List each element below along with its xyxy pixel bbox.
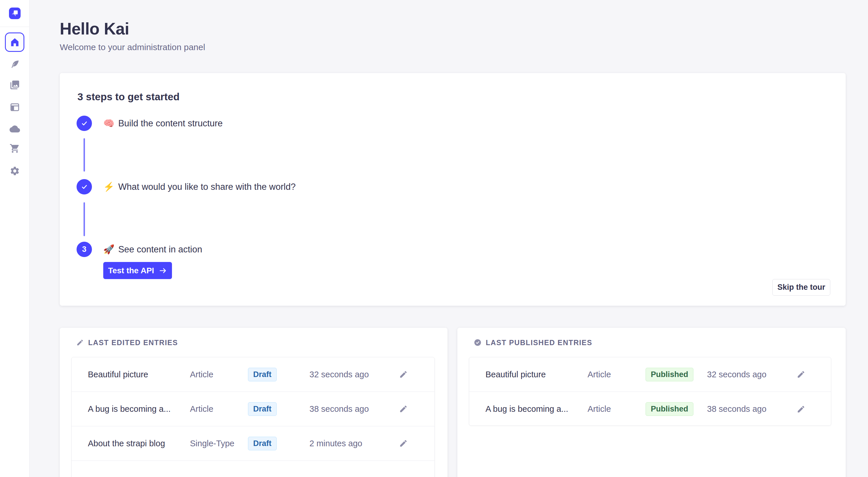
shopping-cart-icon: [9, 143, 20, 154]
guided-tour-title: 3 steps to get started: [78, 91, 180, 103]
step-connector: [84, 202, 85, 236]
step-3-label: 🚀 See content in action: [103, 242, 202, 257]
check-icon: [81, 183, 88, 191]
entry-time: 38 seconds ago: [309, 404, 397, 414]
table-row[interactable]: Beautiful picture Article Published 32 s…: [469, 357, 831, 392]
step-3-number: 3: [82, 245, 86, 254]
edit-entry-button[interactable]: [795, 403, 807, 415]
edit-entry-button[interactable]: [397, 403, 410, 415]
step-2-label: ⚡ What would you like to share with the …: [103, 179, 296, 195]
pencil-icon: [399, 439, 408, 448]
status-badge: Draft: [248, 368, 277, 381]
test-the-api-button[interactable]: Test the API: [103, 262, 172, 279]
last-published-entries-title: LAST PUBLISHED ENTRIES: [486, 339, 592, 347]
entry-title: A bug is becoming a...: [88, 404, 190, 414]
sidebar-item-home[interactable]: [5, 32, 24, 52]
media-pictures-icon: [9, 80, 20, 90]
strapi-logo[interactable]: [9, 7, 21, 19]
guided-tour-card: 3 steps to get started 🧠 Build the conte…: [60, 73, 846, 306]
entry-time: 38 seconds ago: [707, 404, 795, 414]
lightning-emoji-icon: ⚡: [103, 181, 115, 192]
table-row[interactable]: Beautiful picture Article Draft 32 secon…: [72, 357, 434, 392]
status-badge: Draft: [248, 402, 277, 416]
step-2-indicator: [76, 179, 92, 195]
step-1-text: Build the content structure: [118, 118, 223, 129]
entry-title: About the strapi blog: [88, 439, 190, 448]
sidebar-item-marketplace[interactable]: [9, 143, 21, 154]
strapi-logo-icon: [9, 7, 21, 19]
table-row[interactable]: About the strapi blog Single-Type Draft …: [72, 426, 434, 461]
edit-entry-button[interactable]: [397, 437, 410, 450]
logo-box: [0, 0, 29, 27]
page-title: Hello Kai: [60, 19, 129, 38]
last-published-entries-header: LAST PUBLISHED ENTRIES: [474, 338, 592, 347]
pencil-icon: [797, 405, 805, 413]
entry-title: Beautiful picture: [88, 370, 190, 379]
entry-title: Beautiful picture: [486, 370, 588, 379]
pencil-icon: [76, 339, 84, 346]
page-subtitle: Welcome to your administration panel: [60, 42, 205, 52]
step-2-text: What would you like to share with the wo…: [118, 182, 296, 192]
status-badge: Draft: [248, 437, 277, 450]
arrow-right-icon: [159, 267, 167, 275]
last-edited-entries-panel: LAST EDITED ENTRIES Beautiful picture Ar…: [60, 328, 447, 477]
sidebar-item-settings[interactable]: [9, 165, 21, 177]
gear-icon: [9, 166, 20, 176]
home-icon: [9, 37, 20, 48]
edit-entry-button[interactable]: [397, 368, 410, 381]
entry-time: 2 minutes ago: [309, 439, 397, 448]
step-3-indicator: 3: [76, 242, 92, 257]
sidebar-item-content-manager[interactable]: [9, 59, 21, 70]
last-published-entries-panel: LAST PUBLISHED ENTRIES Beautiful picture…: [457, 328, 846, 477]
rocket-emoji-icon: 🚀: [103, 244, 115, 255]
step-connector: [84, 138, 85, 172]
feather-pen-icon: [9, 59, 20, 70]
sidebar: [0, 0, 30, 477]
last-published-entries-table: Beautiful picture Article Published 32 s…: [469, 357, 831, 426]
last-edited-entries-table: Beautiful picture Article Draft 32 secon…: [71, 357, 435, 477]
entry-time: 32 seconds ago: [707, 370, 795, 379]
entry-type: Article: [588, 370, 646, 379]
table-row[interactable]: A bug is becoming a... Article Draft 38 …: [72, 392, 434, 426]
skip-the-tour-button[interactable]: Skip the tour: [772, 279, 830, 296]
sidebar-item-content-type-builder[interactable]: [9, 101, 21, 113]
cloud-icon: [9, 124, 20, 134]
step-1-indicator: [76, 115, 92, 131]
status-badge: Published: [646, 402, 693, 416]
last-edited-entries-title: LAST EDITED ENTRIES: [88, 339, 178, 347]
pencil-icon: [399, 405, 408, 413]
entry-type: Article: [190, 404, 248, 414]
pencil-icon: [797, 370, 805, 379]
sidebar-item-media-library[interactable]: [9, 79, 21, 91]
entry-title: A bug is becoming a...: [486, 404, 588, 414]
edit-entry-button[interactable]: [795, 368, 807, 381]
check-icon: [81, 120, 88, 127]
pencil-icon: [399, 370, 408, 379]
last-edited-entries-header: LAST EDITED ENTRIES: [76, 338, 178, 347]
check-circle-icon: [474, 339, 482, 346]
brain-emoji-icon: 🧠: [103, 118, 115, 129]
layout-builder-icon: [9, 102, 20, 112]
entry-type: Single-Type: [190, 439, 248, 448]
entry-time: 32 seconds ago: [309, 370, 397, 379]
step-3-text: See content in action: [118, 244, 203, 255]
sidebar-item-deploy[interactable]: [9, 123, 21, 135]
entry-type: Article: [588, 404, 646, 414]
step-1-label: 🧠 Build the content structure: [103, 115, 223, 131]
table-row[interactable]: A bug is becoming a... Article Published…: [469, 392, 831, 426]
status-badge: Published: [646, 368, 693, 381]
entry-type: Article: [190, 370, 248, 379]
test-the-api-label: Test the API: [108, 266, 154, 275]
